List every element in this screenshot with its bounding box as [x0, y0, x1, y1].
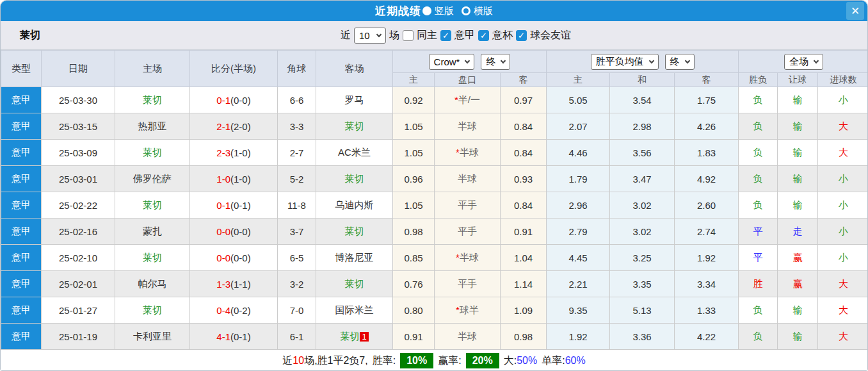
odds-away: 1.04: [501, 245, 547, 271]
handicap-result: 走: [778, 218, 818, 245]
europe-period-value: 终: [670, 56, 680, 68]
subcol-result: 胜负: [739, 73, 778, 87]
home-team: 卡利亚里: [115, 324, 190, 350]
handicap: *半球: [435, 140, 501, 166]
corners: 6-6: [278, 87, 316, 113]
check-icon: ✓: [518, 31, 525, 40]
table-row: 意甲25-02-22莱切0-1(0-1)11-8乌迪内斯1.05平手0.842.…: [1, 192, 868, 218]
bookmaker-select[interactable]: Crow*: [429, 54, 475, 70]
subcol-goals: 进球数: [818, 73, 868, 87]
layout-vertical-radio[interactable]: 竖版: [422, 5, 454, 17]
away-team: 莱切1: [316, 324, 393, 350]
europe-odds-select[interactable]: 胜平负均值: [591, 54, 659, 70]
result: 平: [739, 245, 778, 271]
goals-result: 小: [818, 87, 868, 113]
italy-cup-checkbox[interactable]: ✓: [478, 30, 489, 41]
chevron-down-icon: [814, 58, 819, 63]
return-rate-badge: 20%: [466, 353, 499, 368]
europe-home: 1.92: [547, 324, 610, 350]
away-team: 莱切: [316, 166, 393, 192]
team-name: 莱切: [20, 29, 40, 42]
handicap: 平手: [435, 192, 501, 218]
result: 负: [739, 192, 778, 218]
goals-result: 大: [818, 297, 868, 324]
full-match-group-header: 全场: [739, 51, 868, 73]
europe-away: 1.33: [675, 297, 739, 324]
europe-period-select[interactable]: 终: [665, 54, 695, 70]
table-row: 意甲25-03-09莱切2-3(1-0)2-7AC米兰1.05*半球0.844.…: [1, 140, 868, 166]
goals-result: 大: [818, 113, 868, 140]
europe-home: 1.79: [547, 166, 610, 192]
layout-horizontal-radio[interactable]: 横版: [462, 5, 493, 17]
close-icon: ✕: [851, 4, 860, 18]
match-date: 25-03-01: [42, 166, 115, 192]
table-header: 类型 日期 主场 比分(半场) 角球 客场 Crow* 终: [1, 51, 868, 87]
corners: 6-5: [278, 245, 316, 271]
league-badge: 意甲: [1, 271, 42, 297]
same-home-checkbox[interactable]: [403, 30, 414, 41]
corners: 2-7: [278, 140, 316, 166]
goals-result: 小: [818, 192, 868, 218]
result: 负: [739, 324, 778, 350]
europe-home: 2.21: [547, 271, 610, 297]
match-score: 2-1(2-0): [190, 113, 278, 140]
result: 胜: [739, 271, 778, 297]
chevron-down-icon: [501, 58, 506, 63]
europe-away: 1.83: [675, 140, 739, 166]
handicap-result: 赢: [778, 271, 818, 297]
subcol-handicap: 盘口: [435, 73, 501, 87]
match-date: 25-03-15: [42, 113, 115, 140]
handicap: 平手: [435, 218, 501, 245]
europe-home: 4.45: [547, 245, 610, 271]
home-team: 莱切: [115, 245, 190, 271]
big-value: 50%: [517, 355, 537, 367]
match-date: 25-02-10: [42, 245, 115, 271]
odds-period-select[interactable]: 终: [481, 54, 510, 70]
serie-a-checkbox[interactable]: ✓: [440, 30, 451, 41]
col-type: 类型: [1, 51, 42, 87]
result: 负: [739, 166, 778, 192]
summary-middle: 场,胜1平2负7,: [304, 354, 368, 368]
match-date: 25-03-09: [42, 140, 115, 166]
odds-home: 0.85: [393, 245, 435, 271]
table-row: 意甲25-01-27莱切0-4(0-2)7-0国际米兰0.80*球半1.099.…: [1, 297, 868, 324]
summary-count: 10: [293, 355, 304, 367]
home-team: 帕尔马: [115, 271, 190, 297]
europe-draw: 3.54: [610, 87, 675, 113]
corners: 3-2: [278, 271, 316, 297]
corners: 5-2: [278, 166, 316, 192]
europe-home: 4.46: [547, 140, 610, 166]
europe-draw: 5.13: [610, 297, 675, 324]
result: 负: [739, 113, 778, 140]
col-date: 日期: [42, 51, 115, 87]
europe-draw: 3.02: [610, 218, 675, 245]
close-button[interactable]: ✕: [846, 2, 864, 20]
results-body: 意甲25-03-30莱切0-1(0-0)6-6罗马0.92*半/一0.975.0…: [1, 87, 868, 350]
full-match-select[interactable]: 全场: [784, 54, 823, 70]
club-friendly-label: 球会友谊: [530, 29, 571, 42]
away-team: 莱切: [316, 218, 393, 245]
handicap-result: 输: [778, 192, 818, 218]
subcol-eu-away: 客: [675, 73, 739, 87]
odds-away: 0.93: [501, 166, 547, 192]
big-label: 大:: [504, 354, 517, 368]
match-score: 0-1(0-0): [190, 87, 278, 113]
corners: 7-0: [278, 297, 316, 324]
match-date: 25-01-27: [42, 297, 115, 324]
table-row: 意甲25-02-10莱切0-0(0-0)6-5博洛尼亚0.85*半球1.044.…: [1, 245, 868, 271]
titlebar: 近期战绩 竖版 横版 ✕: [1, 1, 867, 21]
match-date: 25-02-16: [42, 218, 115, 245]
return-rate-label: 赢率:: [438, 354, 461, 368]
europe-away: 3.34: [675, 271, 739, 297]
odds-home: 1.05: [393, 192, 435, 218]
europe-home: 2.79: [547, 218, 610, 245]
recent-count-select[interactable]: 10: [354, 28, 386, 44]
col-home: 主场: [115, 51, 190, 87]
chevron-down-icon: [684, 58, 689, 63]
club-friendly-checkbox[interactable]: ✓: [516, 30, 527, 41]
odds-period-value: 终: [486, 56, 495, 68]
match-score: 1-3(1-1): [190, 271, 278, 297]
table-row: 意甲25-01-19卡利亚里4-1(0-1)6-1莱切10.91半球0.981.…: [1, 324, 868, 350]
result: 平: [739, 218, 778, 245]
home-team: 莱切: [115, 297, 190, 324]
